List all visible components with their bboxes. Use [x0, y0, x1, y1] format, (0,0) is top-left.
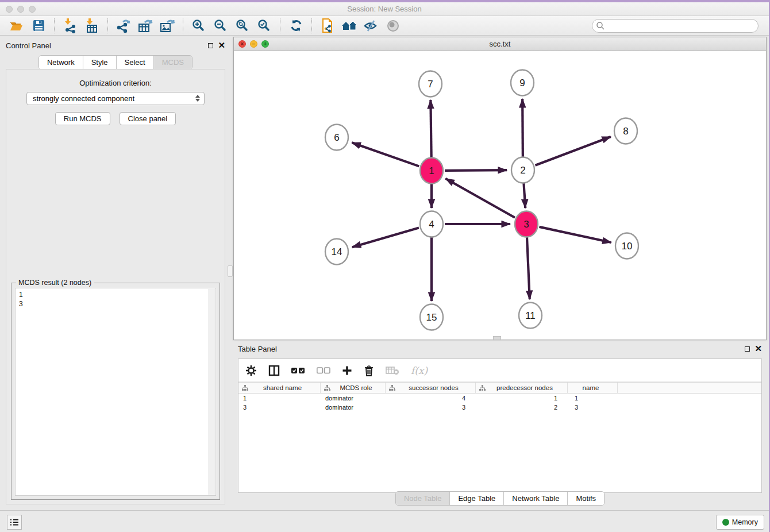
criterion-select[interactable]: strongly connected component — [26, 92, 205, 105]
node-14[interactable]: 14 — [325, 239, 348, 265]
add-column-button[interactable] — [342, 365, 352, 376]
table-cell[interactable]: 1 — [568, 394, 618, 403]
mcds-result-textarea[interactable]: 13 — [15, 288, 216, 496]
run-mcds-button[interactable]: Run MCDS — [55, 112, 110, 125]
node-table-card: f(x) shared nameMCDS rolesuccessor nodes… — [238, 358, 762, 493]
select-all-button[interactable] — [291, 367, 305, 374]
table-row[interactable]: 3dominator323 — [238, 403, 761, 412]
table-cell[interactable]: 3 — [238, 403, 321, 412]
table-cell[interactable]: 3 — [386, 403, 476, 412]
node-15[interactable]: 15 — [420, 304, 443, 330]
show-all-button[interactable] — [384, 17, 402, 34]
edge-2-8[interactable] — [536, 137, 611, 165]
table-cell[interactable]: dominator — [321, 403, 386, 412]
tab-motifs[interactable]: Motifs — [568, 492, 604, 505]
svg-text:2: 2 — [520, 165, 525, 176]
eye-disabled-icon — [386, 19, 400, 33]
column-header[interactable]: predecessor nodes — [476, 383, 568, 393]
float-table-panel-icon[interactable] — [745, 346, 750, 352]
tab-select[interactable]: Select — [117, 56, 154, 69]
node-2[interactable]: 2 — [511, 157, 534, 183]
zoom-fit-button[interactable] — [234, 17, 251, 34]
edge-2-3[interactable] — [523, 183, 525, 208]
network-graph[interactable]: 7968124314101511 — [234, 51, 766, 340]
table-settings-button[interactable] — [245, 365, 257, 376]
edge-1-7[interactable] — [430, 100, 431, 157]
delete-table-button[interactable] — [386, 366, 399, 375]
float-panel-icon[interactable] — [208, 43, 213, 48]
horizontal-splitter-handle[interactable] — [493, 336, 501, 340]
node-6[interactable]: 6 — [325, 125, 348, 151]
first-neighbors-button[interactable] — [341, 17, 358, 34]
column-header[interactable]: successor nodes — [386, 383, 476, 393]
import-network-button[interactable] — [61, 17, 79, 34]
vertical-splitter-handle[interactable] — [228, 265, 233, 277]
node-11[interactable]: 11 — [519, 303, 542, 329]
hide-selected-button[interactable] — [363, 17, 380, 34]
deselect-all-button[interactable] — [317, 367, 330, 374]
zoom-selected-button[interactable] — [256, 17, 273, 34]
zoom-out-button[interactable] — [212, 17, 229, 34]
network-canvas[interactable]: 7968124314101511 — [234, 51, 766, 340]
export-network-button[interactable] — [115, 17, 132, 34]
tab-mcds[interactable]: MCDS — [154, 56, 192, 69]
column-header[interactable]: name — [568, 383, 618, 393]
close-panel-button[interactable]: Close panel — [120, 112, 176, 125]
zoom-in-button[interactable] — [190, 17, 207, 34]
node-9[interactable]: 9 — [511, 70, 534, 96]
search-field[interactable] — [592, 19, 759, 33]
refresh-view-button[interactable] — [287, 17, 305, 34]
table-cell[interactable]: 2 — [476, 403, 568, 412]
node-3[interactable]: 3 — [515, 211, 538, 237]
search-input[interactable] — [605, 20, 758, 32]
table-cell[interactable]: 1 — [476, 394, 568, 403]
column-header[interactable]: shared name — [238, 383, 321, 393]
function-builder-button[interactable]: f(x) — [411, 365, 428, 376]
tab-edge-table[interactable]: Edge Table — [450, 492, 504, 505]
table-cell[interactable]: 4 — [386, 394, 476, 403]
open-session-button[interactable] — [8, 17, 25, 34]
close-table-panel-icon[interactable]: ✕ — [754, 345, 762, 352]
node-4[interactable]: 4 — [420, 211, 443, 237]
network-maximize-button[interactable]: + — [261, 40, 269, 48]
table-row[interactable]: 1dominator411 — [238, 394, 761, 403]
tab-network-table[interactable]: Network Table — [504, 492, 568, 505]
edge-1-6[interactable] — [352, 142, 419, 166]
column-layout-button[interactable] — [268, 365, 280, 376]
edge-1-2[interactable] — [445, 170, 507, 171]
table-cell[interactable]: dominator — [321, 394, 386, 403]
table-cell[interactable]: 1 — [238, 394, 321, 403]
main-titlebar: Session: New Session — [0, 2, 769, 16]
export-table-button[interactable] — [137, 17, 154, 34]
tab-network[interactable]: Network — [39, 56, 83, 69]
svg-text:1: 1 — [429, 165, 434, 176]
table-cell[interactable]: 3 — [568, 403, 618, 412]
edge-3-10[interactable] — [539, 227, 611, 242]
edge-2-9[interactable] — [522, 99, 523, 157]
column-header[interactable]: MCDS role — [321, 383, 386, 393]
network-minimize-button[interactable]: − — [250, 40, 257, 48]
edge-4-14[interactable] — [352, 228, 419, 247]
export-image-button[interactable] — [159, 17, 176, 34]
task-history-button[interactable] — [7, 515, 22, 530]
tab-node-table[interactable]: Node Table — [396, 492, 451, 505]
svg-text:9: 9 — [519, 78, 525, 88]
network-close-button[interactable]: × — [238, 40, 246, 48]
network-window-titlebar[interactable]: scc.txt × − + — [234, 37, 766, 51]
result-scrollbar[interactable] — [208, 289, 215, 495]
control-panel: Control Panel ✕ Network Style Select MCD… — [1, 38, 230, 508]
edge-3-11[interactable] — [527, 237, 530, 299]
save-session-button[interactable] — [30, 17, 47, 34]
memory-button[interactable]: Memory — [716, 515, 764, 530]
tab-style[interactable]: Style — [83, 56, 117, 69]
import-table-button[interactable] — [83, 17, 101, 34]
node-8[interactable]: 8 — [614, 118, 637, 144]
delete-column-button[interactable] — [364, 365, 374, 376]
node-7[interactable]: 7 — [419, 71, 442, 97]
clone-network-button[interactable] — [319, 17, 336, 34]
list-icon — [10, 518, 19, 526]
edge-3-1[interactable] — [445, 179, 515, 218]
close-panel-icon[interactable]: ✕ — [218, 42, 225, 49]
node-10[interactable]: 10 — [615, 233, 638, 259]
node-1[interactable]: 1 — [420, 158, 443, 184]
